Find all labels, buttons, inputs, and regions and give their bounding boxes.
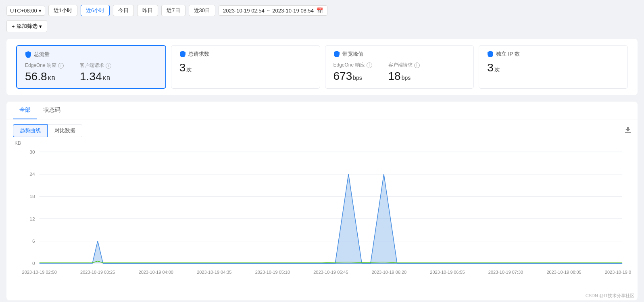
client-request-traffic: 客户端请求 i 1.34KB bbox=[80, 62, 111, 83]
add-filter-button[interactable]: + 添加筛选 ▾ bbox=[6, 20, 47, 32]
info-icon-bw-client[interactable]: i bbox=[414, 62, 420, 68]
sub-tabs: 趋势曲线 对比数据 bbox=[13, 124, 82, 137]
stat-card-title-bandwidth: 带宽峰值 bbox=[333, 50, 466, 58]
footer-text: CSDN @IT技术分享社区 bbox=[6, 291, 638, 300]
chart-wrapper: 30 24 18 12 6 0 bbox=[13, 148, 631, 285]
add-filter-label: 添加筛选 bbox=[17, 23, 38, 30]
time-btn-7d[interactable]: 近7日 bbox=[161, 5, 185, 16]
info-icon-client[interactable]: i bbox=[106, 63, 111, 69]
svg-text:2023-10-19 03:25: 2023-10-19 03:25 bbox=[80, 270, 115, 275]
sub-tab-compare[interactable]: 对比数据 bbox=[48, 124, 82, 137]
edgeone-response-value: 56.8KB bbox=[25, 71, 64, 83]
stats-row: 总流量 EdgeOne 响应 i 56.8KB 客户端请 bbox=[16, 45, 628, 89]
stat-card-ips[interactable]: 独立 IP 数 3次 bbox=[479, 45, 628, 89]
date-start: 2023-10-19 02:54 bbox=[223, 8, 265, 14]
ips-value-item: 3次 bbox=[487, 62, 500, 74]
edgeone-response-label: EdgeOne 响应 bbox=[25, 62, 56, 69]
requests-value-item: 3次 bbox=[179, 62, 192, 74]
stat-card-requests[interactable]: 总请求数 3次 bbox=[171, 45, 320, 89]
chart-section: 全部 状态码 趋势曲线 对比数据 KB bbox=[6, 102, 638, 300]
chart-svg: 30 24 18 12 6 0 bbox=[13, 148, 631, 285]
svg-text:2023-10-19 08:40: 2023-10-19 08:40 bbox=[605, 270, 631, 275]
svg-text:2023-10-19 06:20: 2023-10-19 06:20 bbox=[372, 270, 406, 275]
svg-text:12: 12 bbox=[29, 216, 35, 222]
date-end: 2023-10-19 08:54 bbox=[272, 8, 314, 14]
chevron-down-icon: ▾ bbox=[39, 8, 42, 14]
requests-title: 总请求数 bbox=[188, 50, 209, 58]
shield-icon-requests bbox=[179, 51, 186, 57]
requests-content: 3次 bbox=[179, 62, 312, 74]
info-icon-edgeone[interactable]: i bbox=[58, 63, 64, 69]
bandwidth-content: EdgeOne 响应 i 673bps 客户端请求 i 18 bbox=[333, 62, 466, 83]
tab-status-code[interactable]: 状态码 bbox=[37, 102, 67, 119]
client-request-label: 客户端请求 bbox=[80, 62, 104, 69]
shield-icon-bandwidth bbox=[333, 51, 340, 57]
ips-content: 3次 bbox=[487, 62, 619, 74]
plus-icon: + bbox=[12, 23, 15, 29]
client-bandwidth: 客户端请求 i 18bps bbox=[388, 62, 420, 83]
svg-text:2023-10-19 04:00: 2023-10-19 04:00 bbox=[139, 270, 173, 275]
timezone-select[interactable]: UTC+08:00 ▾ bbox=[6, 6, 45, 16]
svg-text:18: 18 bbox=[29, 194, 35, 199]
time-btn-today[interactable]: 今日 bbox=[113, 5, 134, 16]
main-tabs: 全部 状态码 bbox=[6, 102, 638, 119]
timezone-label: UTC+08:00 bbox=[10, 8, 37, 14]
svg-text:6: 6 bbox=[32, 238, 35, 244]
svg-text:2023-10-19 05:45: 2023-10-19 05:45 bbox=[313, 270, 348, 275]
bandwidth-title: 带宽峰值 bbox=[342, 50, 363, 58]
filter-row: + 添加筛选 ▾ bbox=[6, 20, 638, 32]
client-bw-label: 客户端请求 bbox=[388, 62, 413, 69]
edgeone-bw-value: 673bps bbox=[333, 70, 372, 83]
svg-text:2023-10-19 05:10: 2023-10-19 05:10 bbox=[255, 270, 290, 275]
time-btn-1h[interactable]: 近1小时 bbox=[48, 5, 77, 16]
svg-text:2023-10-19 07:30: 2023-10-19 07:30 bbox=[488, 270, 523, 275]
page-container: UTC+08:00 ▾ 近1小时 近6小时 今日 昨日 近7日 近30日 202… bbox=[0, 0, 644, 302]
stat-card-title-traffic: 总流量 bbox=[25, 51, 157, 58]
sub-tabs-area: 趋势曲线 对比数据 bbox=[6, 119, 638, 137]
chevron-down-icon: ▾ bbox=[39, 23, 42, 29]
time-btn-30d[interactable]: 近30日 bbox=[189, 5, 215, 16]
ips-title: 独立 IP 数 bbox=[496, 50, 519, 58]
requests-value: 3次 bbox=[179, 62, 192, 74]
toolbar: UTC+08:00 ▾ 近1小时 近6小时 今日 昨日 近7日 近30日 202… bbox=[6, 5, 638, 16]
edgeone-bw-label: EdgeOne 响应 bbox=[333, 62, 365, 69]
chart-y-label: KB bbox=[13, 140, 631, 146]
stat-card-title-requests: 总请求数 bbox=[179, 50, 312, 58]
stat-card-title-ips: 独立 IP 数 bbox=[487, 50, 619, 58]
edgeone-response-traffic: EdgeOne 响应 i 56.8KB bbox=[25, 62, 64, 83]
svg-text:2023-10-19 04:35: 2023-10-19 04:35 bbox=[197, 270, 231, 275]
shield-icon-traffic bbox=[25, 51, 31, 58]
stat-card-bandwidth[interactable]: 带宽峰值 EdgeOne 响应 i 673bps 客户端 bbox=[325, 45, 474, 89]
svg-text:2023-10-19 08:05: 2023-10-19 08:05 bbox=[546, 270, 581, 275]
traffic-title: 总流量 bbox=[34, 51, 50, 58]
shield-icon-ips bbox=[487, 51, 494, 57]
info-icon-bw-edgeone[interactable]: i bbox=[367, 62, 372, 68]
svg-text:24: 24 bbox=[29, 171, 35, 177]
svg-text:2023-10-19 02:50: 2023-10-19 02:50 bbox=[22, 270, 57, 275]
svg-text:2023-10-19 06:55: 2023-10-19 06:55 bbox=[430, 270, 465, 275]
calendar-icon: 📅 bbox=[316, 7, 323, 14]
stats-section: 总流量 EdgeOne 响应 i 56.8KB 客户端请 bbox=[6, 39, 638, 95]
stat-card-traffic[interactable]: 总流量 EdgeOne 响应 i 56.8KB 客户端请 bbox=[16, 45, 166, 89]
time-btn-yesterday[interactable]: 昨日 bbox=[137, 5, 158, 16]
client-bw-value: 18bps bbox=[388, 70, 420, 83]
client-request-value: 1.34KB bbox=[80, 71, 111, 83]
time-btn-6h[interactable]: 近6小时 bbox=[81, 5, 110, 16]
sub-tab-trend[interactable]: 趋势曲线 bbox=[13, 124, 48, 137]
svg-text:0: 0 bbox=[32, 260, 35, 266]
traffic-content: EdgeOne 响应 i 56.8KB 客户端请求 i 1. bbox=[25, 62, 157, 83]
svg-marker-12 bbox=[92, 241, 103, 263]
date-range-picker[interactable]: 2023-10-19 02:54 ~ 2023-10-19 08:54 📅 bbox=[219, 5, 327, 16]
download-button[interactable] bbox=[625, 127, 631, 135]
chart-area: KB 30 24 18 12 6 0 bbox=[6, 137, 638, 291]
ips-value: 3次 bbox=[487, 62, 500, 74]
date-tilde: ~ bbox=[267, 8, 270, 14]
tab-all[interactable]: 全部 bbox=[13, 102, 37, 119]
svg-text:30: 30 bbox=[29, 149, 35, 155]
edgeone-bandwidth: EdgeOne 响应 i 673bps bbox=[333, 62, 372, 83]
